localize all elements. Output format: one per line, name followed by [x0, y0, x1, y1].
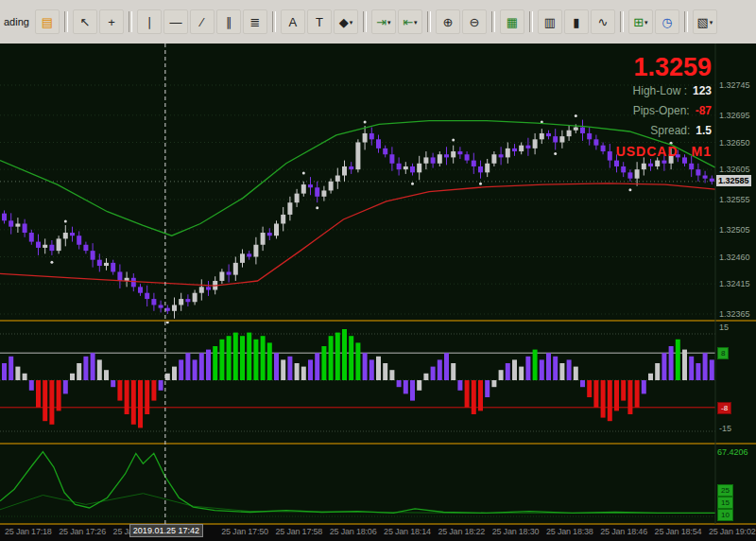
trendline-tool[interactable]: ∕	[190, 9, 215, 34]
oscillator-histogram	[2, 329, 714, 428]
tile-windows-button[interactable]: ▦	[500, 9, 524, 34]
price-axis-label: 1.32695	[719, 111, 750, 120]
pips-open-row: Pips-Open:-87	[616, 101, 712, 121]
dropdown-arrow-icon: ▾	[387, 19, 391, 26]
indicators-button[interactable]: ▧▾	[693, 9, 717, 34]
dropdown-arrow-icon: ▾	[350, 19, 353, 26]
label-tool[interactable]: T	[307, 9, 332, 34]
cursor-tool[interactable]: ↖	[73, 9, 97, 34]
fractal-down-dot	[50, 261, 53, 264]
time-axis-label[interactable]: 25 Jan 18:38	[546, 527, 593, 536]
fractal-down-dot	[628, 188, 631, 191]
toolbar-separator	[620, 11, 624, 32]
shapes-tool[interactable]: ◆▾	[334, 9, 358, 34]
toolbar-separator	[363, 11, 367, 32]
bar-chart-button[interactable]: ▥	[538, 9, 562, 34]
line-chart-button[interactable]: ∿	[591, 9, 615, 34]
high-low-label: High-Low :	[633, 84, 687, 97]
symbol-row: USDCADM1	[616, 144, 712, 159]
volatility-line-fast	[0, 452, 715, 514]
time-axis-label[interactable]: 25 Jan 18:54	[655, 527, 702, 536]
pips-open-label: Pips-Open:	[633, 104, 690, 117]
volatility-value-label: 67.4206	[717, 447, 748, 457]
time-axis-label[interactable]: 25 Jan 17:26	[59, 527, 106, 536]
price-axis-label: 1.32365	[719, 309, 750, 319]
toolbar-separator	[427, 11, 431, 32]
price-axis-label: 1.32650	[719, 138, 750, 148]
zoom-in-button[interactable]: ⊕	[436, 9, 460, 34]
dropdown-arrow-icon: ▾	[710, 19, 713, 26]
volatility-line-slow	[0, 494, 715, 514]
spread-value: 1.5	[696, 124, 712, 137]
vertical-line-tool[interactable]: ∣	[137, 9, 162, 34]
toolbar-separator	[684, 11, 688, 32]
new-order-button[interactable]: ⊞▾	[628, 9, 653, 34]
mid-axis-max-label: 15	[719, 323, 729, 332]
price-axis-label: 1.32555	[719, 195, 750, 204]
autoscroll-button[interactable]: ⇥▾	[371, 9, 396, 34]
fractal-down-dot	[479, 183, 482, 185]
toolbar-separator	[491, 11, 495, 32]
timeframe-label: M1	[692, 144, 712, 159]
dropdown-arrow-icon: ▾	[644, 19, 648, 26]
mt4-window: ading▤↖+∣―∕∥≣AT◆▾⇥▾⇤▾⊕⊖▦▥▮∿⊞▾◷▧▾ 1.3259 …	[0, 0, 756, 541]
toolbar-separator	[64, 11, 68, 32]
time-axis-label[interactable]: 25 Jan 18:46	[600, 527, 647, 536]
time-axis-label[interactable]: 25 Jan 18:22	[438, 527, 485, 536]
window-title-fragment: ading	[4, 16, 29, 27]
fractal-up-dot	[364, 120, 367, 123]
symbol-label: USDCAD	[616, 144, 679, 159]
time-axis-label[interactable]: 25 Jan 18:14	[384, 527, 431, 536]
time-axis-label[interactable]: 25 Jan 17:58	[276, 527, 323, 536]
high-low-row: High-Low :123	[616, 81, 712, 101]
time-axis-label[interactable]: 25 Jan 17:50	[221, 527, 268, 536]
horizontal-line-tool[interactable]: ―	[163, 9, 188, 34]
ma-lower-line	[0, 183, 715, 286]
fractal-down-dot	[411, 183, 414, 185]
ma-upper-line	[0, 121, 715, 236]
fibonacci-tool[interactable]: ≣	[243, 9, 267, 34]
spread-row: Spread:1.5	[616, 121, 712, 141]
volatility-level-chip: 15	[717, 497, 733, 509]
channel-tool[interactable]: ∥	[216, 9, 241, 34]
price-axis-label: 1.32505	[719, 225, 750, 235]
mid-axis-min-label: -15	[719, 424, 731, 433]
toolbar-separator	[529, 11, 533, 32]
current-price: 1.3259	[616, 53, 712, 81]
price-axis-label: 1.32745	[719, 80, 750, 90]
price-axis-label: 1.32415	[719, 279, 750, 288]
chart-shift-button[interactable]: ⇤▾	[398, 9, 422, 34]
pips-open-value: -87	[696, 104, 712, 117]
fractal-up-dot	[452, 139, 455, 142]
fractal-up-dot	[575, 114, 577, 117]
time-axis-label[interactable]: 25 Jan 18:30	[492, 527, 540, 536]
time-axis-label[interactable]: 25 Jan 18:06	[330, 527, 377, 536]
price-axis-label: 1.32460	[719, 253, 750, 262]
text-tool[interactable]: A	[281, 9, 305, 34]
crosshair-tool[interactable]: +	[99, 9, 124, 34]
mid-upper-level-chip: 8	[717, 347, 729, 359]
time-axis-label[interactable]: 25 Jan 17:18	[5, 527, 52, 536]
chart-area[interactable]: 1.3259 High-Low :123 Pips-Open:-87 Sprea…	[0, 44, 756, 541]
quote-overlay: 1.3259 High-Low :123 Pips-Open:-87 Sprea…	[616, 53, 712, 159]
high-low-value: 123	[693, 84, 712, 97]
crosshair-time-label: 2019.01.25 17:42	[129, 524, 203, 537]
period-button[interactable]: ◷	[655, 9, 679, 34]
volatility-level-chip: 25	[717, 484, 733, 497]
mid-lower-level-chip: -8	[717, 402, 731, 414]
zoom-out-button[interactable]: ⊖	[462, 9, 487, 34]
fractal-down-dot	[554, 152, 557, 155]
candlestick-chart-button[interactable]: ▮	[564, 9, 589, 34]
fractal-down-dot	[316, 206, 318, 209]
toolbar-separator	[129, 11, 132, 32]
fractal-up-dot	[302, 172, 305, 175]
toolbar: ading▤↖+∣―∕∥≣AT◆▾⇥▾⇤▾⊕⊖▦▥▮∿⊞▾◷▧▾	[0, 0, 756, 44]
toolbar-separator	[272, 11, 276, 32]
current-price-tag: 1.32585	[716, 175, 751, 186]
volatility-level-chip: 10	[717, 509, 733, 521]
spread-label: Spread:	[650, 124, 690, 137]
candles	[2, 120, 714, 319]
dropdown-arrow-icon: ▾	[414, 19, 418, 26]
time-axis-label[interactable]: 25 Jan 19:02	[709, 527, 756, 536]
market-watch-icon[interactable]: ▤	[35, 9, 60, 34]
